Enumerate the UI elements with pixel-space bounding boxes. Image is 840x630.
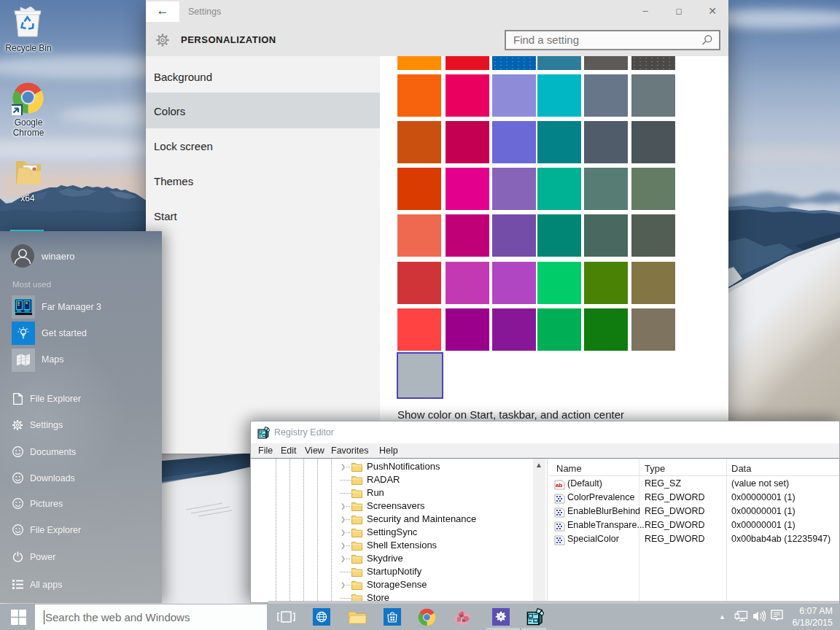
svg-text:ab: ab — [556, 482, 562, 489]
